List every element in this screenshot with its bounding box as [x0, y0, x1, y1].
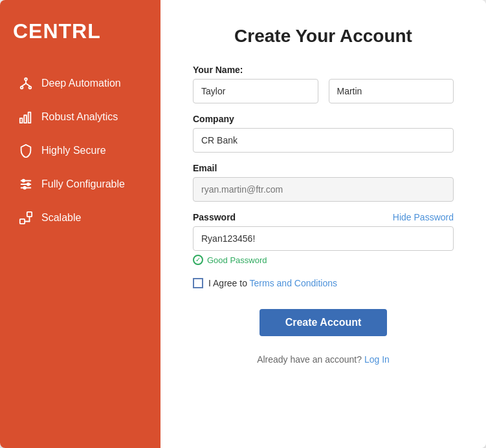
name-row [193, 79, 454, 103]
svg-point-14 [23, 187, 26, 189]
create-account-button[interactable]: Create Account [260, 309, 388, 336]
password-field-group: Password Hide Password Good Password [193, 212, 454, 265]
analytics-icon [18, 109, 34, 125]
svg-line-4 [22, 83, 26, 87]
login-row: Already have an account? Log In [193, 354, 454, 365]
password-header: Password Hide Password [193, 212, 454, 222]
sidebar-item-fully-configurable[interactable]: Fully Configurable [13, 170, 148, 198]
logo: CENTRL [13, 19, 148, 43]
email-input[interactable] [193, 177, 454, 202]
sidebar-item-scalable[interactable]: Scalable [13, 204, 148, 232]
svg-rect-6 [20, 118, 23, 123]
scalable-icon [18, 210, 34, 226]
terms-link[interactable]: Terms and Conditions [250, 278, 337, 288]
email-label: Email [193, 163, 454, 173]
company-label: Company [193, 114, 454, 124]
sidebar-item-label: Deep Automation [41, 78, 121, 89]
sidebar-item-robust-analytics[interactable]: Robust Analytics [13, 103, 148, 131]
sidebar-item-label: Scalable [41, 212, 81, 224]
automation-icon [18, 76, 34, 91]
sidebar-item-label: Highly Secure [41, 145, 106, 156]
first-name-field [193, 79, 318, 103]
sidebar-item-deep-automation[interactable]: Deep Automation [13, 69, 148, 98]
terms-checkbox[interactable] [193, 278, 203, 288]
last-name-input[interactable] [329, 79, 454, 103]
terms-row: I Agree to Terms and Conditions [193, 278, 454, 288]
hide-password-link[interactable]: Hide Password [393, 212, 454, 222]
good-password-icon [193, 255, 203, 265]
sidebar-nav: Deep Automation Robust Analytics [13, 69, 148, 232]
secure-icon [18, 143, 34, 158]
email-field-group: Email [193, 163, 454, 202]
sidebar-item-label: Robust Analytics [41, 111, 118, 123]
password-input[interactable] [193, 226, 454, 251]
svg-line-5 [26, 83, 30, 87]
svg-rect-16 [27, 212, 32, 217]
password-strength-indicator: Good Password [193, 255, 454, 265]
app-container: CENTRL Deep Automation [0, 0, 486, 448]
svg-rect-15 [20, 219, 25, 224]
company-input[interactable] [193, 128, 454, 153]
login-prompt: Already have an account? [257, 354, 364, 365]
last-name-field [329, 79, 454, 103]
name-label: Your Name: [193, 65, 454, 75]
login-link[interactable]: Log In [364, 354, 390, 365]
page-title: Create Your Account [193, 26, 454, 47]
registration-form: Your Name: Company Email [193, 65, 454, 365]
svg-point-12 [23, 180, 25, 182]
name-field-group: Your Name: [193, 65, 454, 103]
main-content: Create Your Account Your Name: Company [160, 0, 486, 448]
first-name-input[interactable] [193, 79, 318, 103]
sidebar-item-highly-secure[interactable]: Highly Secure [13, 136, 148, 165]
configurable-icon [18, 176, 34, 192]
company-field-group: Company [193, 114, 454, 153]
terms-text: I Agree to Terms and Conditions [208, 278, 337, 288]
svg-point-13 [27, 183, 30, 186]
svg-rect-7 [24, 115, 27, 123]
sidebar-item-label: Fully Configurable [41, 178, 125, 190]
good-password-text: Good Password [207, 255, 267, 265]
password-label: Password [193, 212, 236, 222]
svg-rect-8 [28, 112, 31, 123]
sidebar: CENTRL Deep Automation [0, 0, 160, 448]
